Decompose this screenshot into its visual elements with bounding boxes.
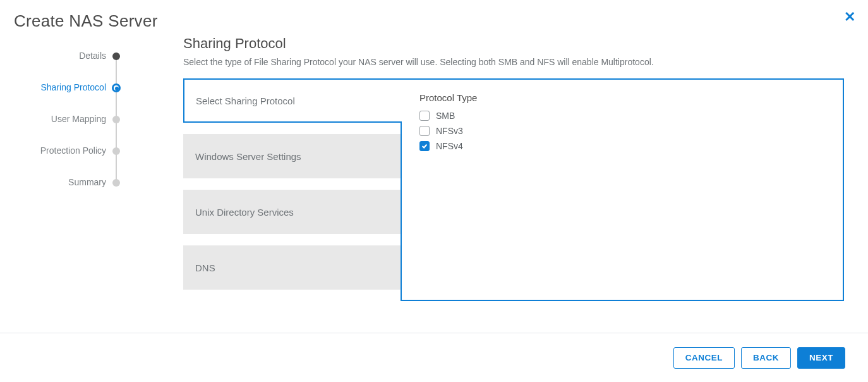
step-label: Details [79,51,106,61]
card-label: Unix Directory Services [195,207,294,218]
card-windows-server-settings[interactable]: Windows Server Settings [183,134,402,178]
step-dot-icon [112,116,120,123]
step-user-mapping[interactable]: User Mapping [0,114,126,145]
checkbox-icon[interactable] [419,141,430,151]
card-dns[interactable]: DNS [183,245,402,290]
option-label: NFSv3 [436,126,463,136]
close-icon[interactable]: ✕ [844,10,855,24]
option-smb[interactable]: SMB [419,111,825,121]
subsection-list: Select Sharing Protocol Windows Server S… [183,78,402,301]
wizard-footer: CANCEL BACK NEXT [0,333,868,382]
panel-heading: Protocol Type [419,92,825,103]
step-details[interactable]: Details [0,51,126,82]
step-dot-icon [112,179,120,187]
step-sharing-protocol[interactable]: Sharing Protocol [0,82,126,114]
back-button[interactable]: BACK [741,347,791,369]
checkbox-icon[interactable] [419,111,430,121]
card-label: DNS [195,262,215,273]
main-content: Sharing Protocol Select the type of File… [183,35,847,306]
card-label: Windows Server Settings [195,151,301,162]
step-dot-icon [112,147,120,155]
dialog-title: Create NAS Server [14,11,158,31]
step-dot-icon [112,52,120,60]
step-label: User Mapping [51,114,106,124]
step-label: Summary [68,177,106,187]
cancel-button[interactable]: CANCEL [673,347,735,369]
step-label: Sharing Protocol [40,82,106,92]
checkbox-icon[interactable] [419,126,430,136]
step-protection-policy[interactable]: Protection Policy [0,145,126,177]
wizard-stepper: Details Sharing Protocol User Mapping Pr… [0,51,126,209]
step-label: Protection Policy [40,145,106,156]
card-select-sharing-protocol[interactable]: Select Sharing Protocol [183,78,402,123]
option-label: NFSv4 [436,141,463,151]
step-dot-icon [112,83,121,92]
option-nfsv4[interactable]: NFSv4 [419,141,825,151]
card-label: Select Sharing Protocol [196,96,295,106]
section-description: Select the type of File Sharing Protocol… [183,57,847,67]
step-summary[interactable]: Summary [0,177,126,209]
config-area: Select Sharing Protocol Windows Server S… [183,78,845,306]
section-title: Sharing Protocol [183,35,847,52]
option-label: SMB [436,111,455,121]
card-unix-directory-services[interactable]: Unix Directory Services [183,190,402,234]
next-button[interactable]: NEXT [797,347,845,369]
protocol-type-panel: Protocol Type SMB NFSv3 NFSv4 [401,78,844,301]
option-nfsv3[interactable]: NFSv3 [419,126,825,136]
